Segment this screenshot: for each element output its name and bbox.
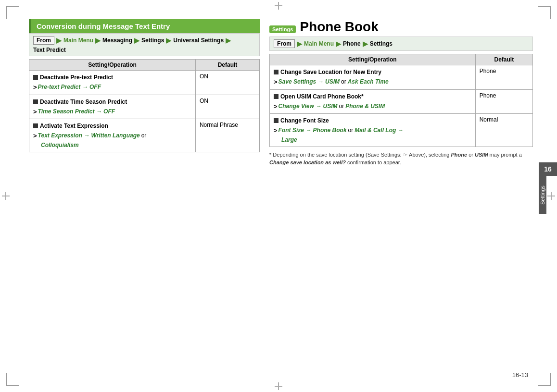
table-row: Deactivate Time Season Predict > Time Se… xyxy=(29,95,260,119)
left-row1-sub: Pre-text Predict → OFF xyxy=(38,83,101,91)
right-row3-sub: Font Size → Phone Book xyxy=(278,126,347,135)
left-table: Setting/Operation Default Deactivate Pre… xyxy=(29,59,260,152)
table-row: Activate Text Expression > Text Expressi… xyxy=(29,119,260,152)
table-row: Open USIM Card Phone Book* > Change View… xyxy=(270,89,533,114)
sub-arrow-icon: > xyxy=(33,131,37,141)
left-col1-header: Setting/Operation xyxy=(29,60,196,71)
bullet-icon xyxy=(274,70,278,74)
left-row1-op: Deactivate Pre-text Predict > Pre-text P… xyxy=(29,71,196,95)
left-row2-default: ON xyxy=(195,95,259,119)
bullet-icon xyxy=(274,94,278,99)
right-col2-header: Default xyxy=(475,54,532,65)
right-col1-header: Setting/Operation xyxy=(270,54,476,65)
left-arrow-3: ▶ xyxy=(134,37,139,44)
corner-mark-tl xyxy=(6,6,19,19)
sub-arrow-icon: > xyxy=(33,107,37,117)
cross-left xyxy=(2,192,10,200)
right-row2-or: or xyxy=(339,102,344,110)
content-area: Conversion during Message Text Entry Fro… xyxy=(29,19,533,363)
table-row: Change Font Size > Font Size → Phone Boo… xyxy=(270,114,533,147)
sub-arrow-icon: > xyxy=(274,102,278,111)
left-row3-sub: Text Expression → Written Language xyxy=(38,131,140,140)
left-from-label: From xyxy=(33,36,54,45)
table-row: Change Save Location for New Entry > Sav… xyxy=(270,65,533,90)
sidebar-label: Settings xyxy=(539,176,546,214)
left-row2-sub: Time Season Predict → OFF xyxy=(38,107,115,116)
cross-top xyxy=(275,2,282,10)
right-row3-mail: Mail & Call Log → xyxy=(354,126,403,135)
right-from-label: From xyxy=(274,39,295,48)
settings-badge: Settings xyxy=(269,25,296,33)
left-row3-default: Normal Phrase xyxy=(195,119,259,152)
right-row2-phone-usim: Phone & USIM xyxy=(345,102,385,110)
left-row1-main: Deactivate Pre-text Predict xyxy=(40,73,113,82)
left-row2-main: Deactivate Time Season Predict xyxy=(40,98,127,106)
corner-mark-bl xyxy=(6,373,19,386)
left-arrow-5: ▶ xyxy=(226,37,231,44)
right-row1-main: Change Save Location for New Entry xyxy=(280,68,381,76)
phonebook-title-area: Settings Phone Book xyxy=(269,19,533,35)
table-row: Deactivate Pre-text Predict > Pre-text P… xyxy=(29,71,260,95)
left-section-title: Conversion during Message Text Entry xyxy=(29,19,260,33)
left-breadcrumb: From ▶ Main Menu ▶ Messaging ▶ Settings … xyxy=(29,33,260,56)
right-arrow-1: ▶ xyxy=(297,40,302,48)
left-messaging: Messaging xyxy=(102,37,132,44)
right-arrow-2: ▶ xyxy=(336,40,341,48)
right-row3-main: Change Font Size xyxy=(280,116,329,125)
right-phone: Phone xyxy=(343,40,361,47)
right-row3-large: Large xyxy=(281,135,471,144)
right-main-menu: Main Menu xyxy=(304,40,334,47)
right-row1-op: Change Save Location for New Entry > Sav… xyxy=(270,65,476,90)
right-row1-or: or xyxy=(341,77,346,86)
sub-arrow-icon: > xyxy=(274,77,278,87)
left-row1-default: ON xyxy=(195,71,259,95)
left-main-menu: Main Menu xyxy=(63,37,93,44)
left-universal: Universal Settings xyxy=(173,37,224,44)
bullet-icon xyxy=(33,123,38,128)
cross-bottom xyxy=(275,382,282,390)
right-row3-op: Change Font Size > Font Size → Phone Boo… xyxy=(270,114,476,147)
left-col2-header: Default xyxy=(195,60,259,71)
left-arrow-4: ▶ xyxy=(166,37,171,44)
bullet-icon xyxy=(274,118,278,123)
right-row3-or: or xyxy=(348,126,354,135)
bullet-icon xyxy=(33,75,38,80)
bullet-icon xyxy=(33,99,38,104)
right-row2-default: Phone xyxy=(475,89,532,114)
left-row3-or: or xyxy=(141,131,147,140)
left-settings: Settings xyxy=(141,37,164,44)
footnote: * Depending on the save location setting… xyxy=(269,151,533,167)
right-row3-default: Normal xyxy=(475,114,532,147)
right-table: Setting/Operation Default Change Save Lo… xyxy=(269,54,533,147)
left-arrow-2: ▶ xyxy=(95,37,101,44)
left-row3-main: Activate Text Expression xyxy=(40,122,108,130)
left-row3-colloquialism: Colloquialism xyxy=(41,141,191,149)
right-row2-main: Open USIM Card Phone Book* xyxy=(280,92,364,101)
left-panel: Conversion during Message Text Entry Fro… xyxy=(29,19,260,363)
right-row2-sub: Change View → USIM xyxy=(278,102,338,110)
right-breadcrumb: From ▶ Main Menu ▶ Phone ▶ Settings xyxy=(269,37,533,51)
left-text-predict: Text Predict xyxy=(33,47,66,53)
page-number: 16-13 xyxy=(512,371,528,379)
left-row2-op: Deactivate Time Season Predict > Time Se… xyxy=(29,95,196,119)
corner-mark-tr xyxy=(538,6,551,19)
right-row1-sub: Save Settings → USIM xyxy=(278,77,340,86)
left-arrow-1: ▶ xyxy=(56,37,62,44)
right-panel: Settings Phone Book From ▶ Main Menu ▶ P… xyxy=(269,19,533,363)
sub-arrow-icon: > xyxy=(274,126,278,135)
left-row3-op: Activate Text Expression > Text Expressi… xyxy=(29,119,196,152)
sub-arrow-icon: > xyxy=(33,83,37,92)
right-row2-op: Open USIM Card Phone Book* > Change View… xyxy=(270,89,476,114)
sidebar-number: 16 xyxy=(539,162,557,176)
right-row1-ask: Ask Each Time xyxy=(348,77,389,86)
phonebook-title: Phone Book xyxy=(300,19,378,35)
right-row1-default: Phone xyxy=(475,65,532,90)
corner-mark-br xyxy=(538,373,551,386)
right-settings: Settings xyxy=(370,40,392,47)
right-arrow-3: ▶ xyxy=(363,40,368,48)
